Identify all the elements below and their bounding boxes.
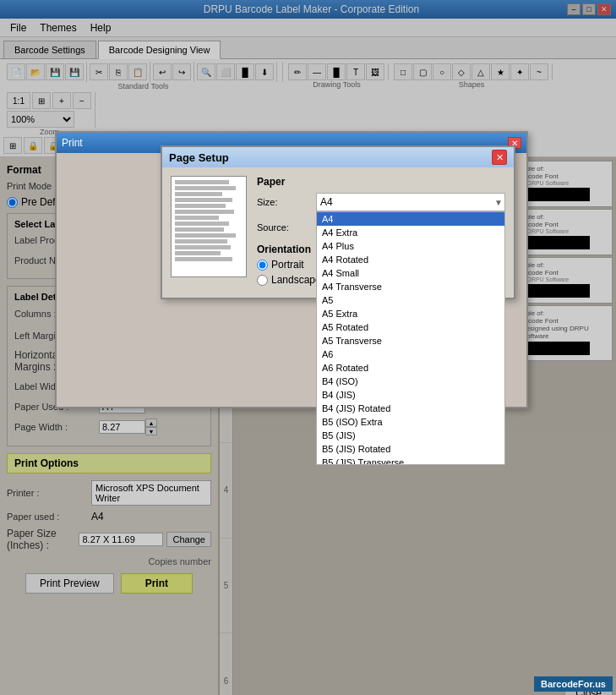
pl6 (175, 210, 234, 214)
print-dialog-title: Print (62, 137, 83, 149)
size-select[interactable]: A4 ▼ (316, 193, 505, 211)
size-value: A4 (320, 196, 333, 208)
dropdown-item-a5[interactable]: A5 (317, 293, 504, 307)
paper-settings: Paper Size: A4 ▼ A4 A4 Extra A4 Plus A4 … (257, 176, 505, 289)
dropdown-item-b5jis[interactable]: B5 (JIS) (317, 429, 504, 442)
page-setup-title: Page Setup (169, 151, 229, 164)
size-arrow-icon: ▼ (494, 198, 503, 207)
dropdown-item-a4small[interactable]: A4 Small (317, 266, 504, 280)
dropdown-item-a6rotated[interactable]: A6 Rotated (317, 361, 504, 375)
dropdown-item-a6[interactable]: A6 (317, 348, 504, 361)
dropdown-item-a5rotated[interactable]: A5 Rotated (317, 320, 504, 334)
pl7 (175, 216, 219, 220)
portrait-label: Portrait (271, 259, 304, 271)
size-label: Size: (257, 197, 316, 207)
size-dropdown-list[interactable]: A4 A4 Extra A4 Plus A4 Rotated A4 Small … (316, 211, 505, 465)
pl9 (175, 227, 224, 232)
dropdown-item-b4jisrotated[interactable]: B4 (JIS) Rotated (317, 402, 504, 415)
pl2 (175, 186, 236, 190)
page-preview-container (171, 176, 247, 289)
pl11 (175, 239, 227, 244)
source-label: Source: (257, 222, 316, 233)
dropdown-item-b5jistransverse[interactable]: B5 (JIS) Transverse (317, 456, 504, 465)
size-row: Size: A4 ▼ A4 A4 Extra A4 Plus A4 Rotate… (257, 193, 505, 211)
landscape-radio[interactable] (257, 275, 268, 286)
landscape-label: Landscape (271, 274, 321, 286)
pl14 (175, 257, 232, 261)
dropdown-item-b4jis[interactable]: B4 (JIS) (317, 388, 504, 402)
pl10 (175, 233, 236, 238)
pl3 (175, 192, 222, 196)
size-select-wrapper: A4 ▼ A4 A4 Extra A4 Plus A4 Rotated A4 S… (316, 193, 505, 211)
page-setup-dialog: Page Setup ✕ (161, 145, 515, 299)
page-setup-close-button[interactable]: ✕ (492, 150, 507, 165)
dropdown-item-a5transverse[interactable]: A5 Transverse (317, 334, 504, 348)
pl1 (175, 180, 229, 184)
dropdown-item-a5extra[interactable]: A5 Extra (317, 307, 504, 320)
pl13 (175, 251, 221, 255)
pl12 (175, 245, 231, 249)
dropdown-item-a4rotated[interactable]: A4 Rotated (317, 253, 504, 266)
dropdown-item-b4iso[interactable]: B4 (ISO) (317, 375, 504, 388)
dropdown-item-b5jisrotated[interactable]: B5 (JIS) Rotated (317, 442, 504, 456)
pl8 (175, 222, 229, 226)
dropdown-item-a4extra[interactable]: A4 Extra (317, 226, 504, 239)
portrait-radio[interactable] (257, 260, 268, 271)
page-setup-title-bar: Page Setup ✕ (162, 147, 514, 167)
pl5 (175, 204, 226, 208)
page-setup-content: Paper Size: A4 ▼ A4 A4 Extra A4 Plus A4 … (162, 167, 514, 298)
dropdown-item-a4plus[interactable]: A4 Plus (317, 239, 504, 253)
dropdown-item-b5isoextra[interactable]: B5 (ISO) Extra (317, 415, 504, 429)
pl4 (175, 198, 232, 202)
dropdown-item-a4transverse[interactable]: A4 Transverse (317, 280, 504, 293)
dropdown-item-a4[interactable]: A4 (317, 212, 504, 226)
preview-lines (175, 180, 243, 263)
watermark: BarcodeFor.us (534, 676, 613, 692)
paper-section-title: Paper (257, 176, 505, 188)
page-preview (171, 176, 247, 277)
